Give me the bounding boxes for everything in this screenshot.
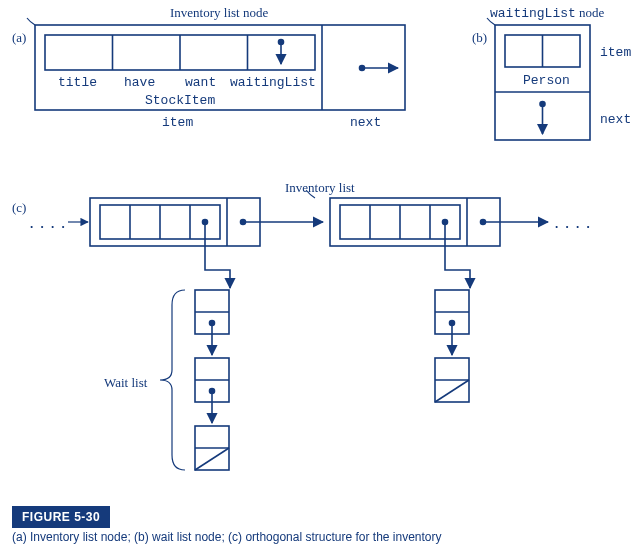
svg-rect-0 xyxy=(35,25,405,110)
figure-caption: (a) Inventory list node; (b) wait list n… xyxy=(12,530,442,544)
figure-5-30: Inventory list node waitingList node Inv… xyxy=(0,0,641,549)
diagram-svg xyxy=(0,0,641,505)
svg-line-52 xyxy=(435,380,469,402)
figure-label: FIGURE 5-30 xyxy=(12,506,110,528)
svg-line-44 xyxy=(195,448,229,470)
